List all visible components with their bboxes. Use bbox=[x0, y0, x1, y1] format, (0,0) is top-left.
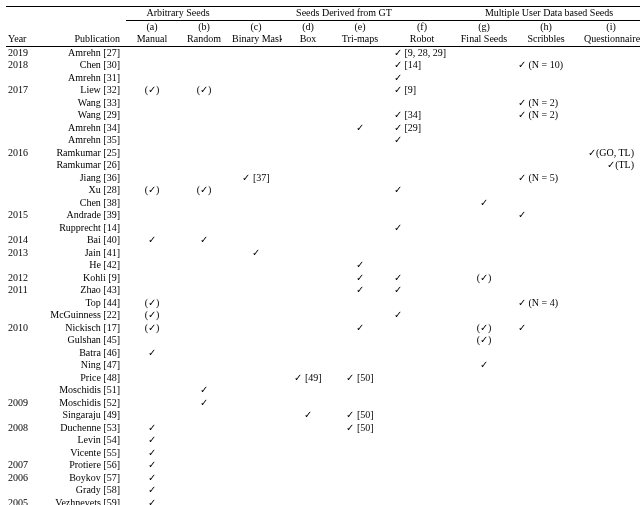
cell-g bbox=[458, 447, 510, 460]
cell-f bbox=[386, 347, 458, 360]
cell-c bbox=[230, 197, 282, 210]
cell-f bbox=[386, 234, 458, 247]
cell-g bbox=[458, 422, 510, 435]
cell-g bbox=[458, 72, 510, 85]
cell-a bbox=[126, 284, 178, 297]
col-letter-g: (g) bbox=[458, 20, 510, 33]
table-row: Gulshan [45](✓) bbox=[6, 334, 640, 347]
table-row: Amrehn [34]✓✓ [29] bbox=[6, 122, 640, 135]
cell-i bbox=[582, 409, 640, 422]
cell-h: ✓ (N = 2) bbox=[510, 97, 582, 110]
cell-c bbox=[230, 109, 282, 122]
cell-publication: Gulshan [45] bbox=[36, 334, 126, 347]
table-row: McGuinness [22](✓)✓ bbox=[6, 309, 640, 322]
cell-a bbox=[126, 384, 178, 397]
cell-b bbox=[178, 409, 230, 422]
col-letter-b: (b) bbox=[178, 20, 230, 33]
col-letter-f: (f) bbox=[386, 20, 458, 33]
cell-h bbox=[510, 134, 582, 147]
table-row: Amrehn [35]✓ bbox=[6, 134, 640, 147]
cell-b bbox=[178, 209, 230, 222]
table-row: Xu [28](✓)(✓)✓ bbox=[6, 184, 640, 197]
cell-f: ✓ bbox=[386, 184, 458, 197]
cell-a bbox=[126, 197, 178, 210]
cell-d bbox=[282, 447, 334, 460]
cell-e bbox=[334, 222, 386, 235]
cell-i bbox=[582, 397, 640, 410]
cell-f: ✓ [9] bbox=[386, 84, 458, 97]
cell-year bbox=[6, 384, 36, 397]
col-random: Random bbox=[178, 33, 230, 46]
cell-publication: Wang [33] bbox=[36, 97, 126, 110]
cell-i bbox=[582, 309, 640, 322]
cell-f: ✓ [14] bbox=[386, 59, 458, 72]
cell-i bbox=[582, 122, 640, 135]
cell-d bbox=[282, 209, 334, 222]
cell-g: (✓) bbox=[458, 272, 510, 285]
cell-f bbox=[386, 447, 458, 460]
cell-f bbox=[386, 147, 458, 160]
cell-h bbox=[510, 459, 582, 472]
cell-g bbox=[458, 497, 510, 506]
cell-d bbox=[282, 159, 334, 172]
col-scribbles: Scribbles bbox=[510, 33, 582, 46]
cell-year bbox=[6, 372, 36, 385]
cell-year bbox=[6, 184, 36, 197]
table-row: Rupprecht [14]✓ bbox=[6, 222, 640, 235]
cell-i bbox=[582, 434, 640, 447]
cell-h bbox=[510, 84, 582, 97]
cell-h bbox=[510, 72, 582, 85]
cell-g bbox=[458, 459, 510, 472]
cell-d bbox=[282, 472, 334, 485]
cell-year bbox=[6, 297, 36, 310]
table-row: 2012Kohli [9]✓✓(✓) bbox=[6, 272, 640, 285]
cell-h bbox=[510, 259, 582, 272]
cell-publication: He [42] bbox=[36, 259, 126, 272]
cell-a: ✓ bbox=[126, 459, 178, 472]
cell-d: ✓ [49] bbox=[282, 372, 334, 385]
cell-c bbox=[230, 184, 282, 197]
cell-d bbox=[282, 422, 334, 435]
cell-e bbox=[334, 334, 386, 347]
cell-publication: Singaraju [49] bbox=[36, 409, 126, 422]
cell-a: ✓ bbox=[126, 347, 178, 360]
cell-e bbox=[334, 97, 386, 110]
cell-h: ✓ (N = 5) bbox=[510, 172, 582, 185]
cell-b: (✓) bbox=[178, 184, 230, 197]
table-row: 2019Amrehn [27]✓ [9, 28, 29] bbox=[6, 46, 640, 59]
cell-year: 2019 bbox=[6, 46, 36, 59]
cell-a bbox=[126, 209, 178, 222]
cell-d bbox=[282, 309, 334, 322]
table-row: 2018Chen [30]✓ [14]✓ (N = 10) bbox=[6, 59, 640, 72]
table-row: Ning [47]✓ bbox=[6, 359, 640, 372]
cell-h bbox=[510, 147, 582, 160]
cell-i bbox=[582, 472, 640, 485]
cell-a: ✓ bbox=[126, 447, 178, 460]
cell-year bbox=[6, 334, 36, 347]
cell-d: ✓ bbox=[282, 409, 334, 422]
cell-h bbox=[510, 234, 582, 247]
cell-publication: Liew [32] bbox=[36, 84, 126, 97]
cell-g bbox=[458, 147, 510, 160]
cell-c bbox=[230, 134, 282, 147]
cell-c bbox=[230, 59, 282, 72]
table-row: 2008Duchenne [53]✓✓ [50] bbox=[6, 422, 640, 435]
cell-f: ✓ [34] bbox=[386, 109, 458, 122]
cell-f bbox=[386, 422, 458, 435]
cell-year bbox=[6, 434, 36, 447]
cell-g bbox=[458, 222, 510, 235]
cell-d bbox=[282, 84, 334, 97]
cell-h bbox=[510, 497, 582, 506]
cell-e bbox=[334, 172, 386, 185]
cell-a: (✓) bbox=[126, 309, 178, 322]
col-binary-mask: Binary Mask bbox=[230, 33, 282, 46]
cell-year bbox=[6, 447, 36, 460]
cell-publication: Amrehn [31] bbox=[36, 72, 126, 85]
cell-b bbox=[178, 272, 230, 285]
cell-b bbox=[178, 247, 230, 260]
cell-e bbox=[334, 46, 386, 59]
cell-d bbox=[282, 484, 334, 497]
cell-i bbox=[582, 359, 640, 372]
cell-f bbox=[386, 322, 458, 335]
cell-i bbox=[582, 484, 640, 497]
